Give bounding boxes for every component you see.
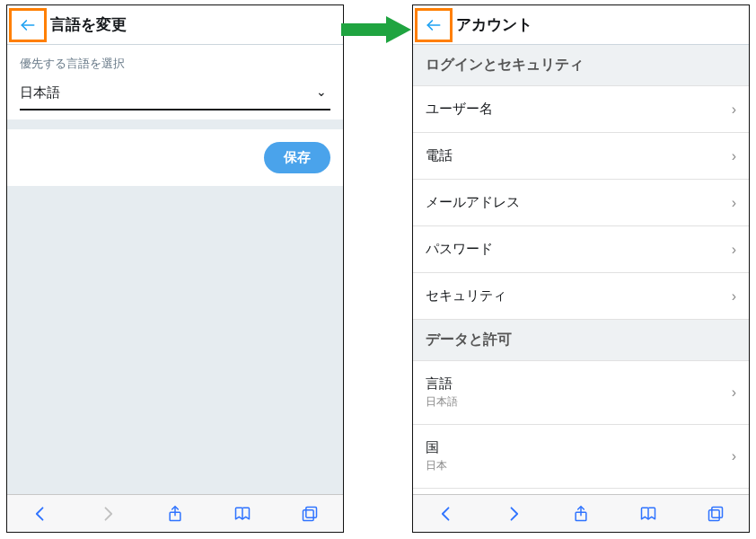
share-button[interactable] (165, 504, 185, 524)
section-header-data: データと許可 (413, 320, 749, 361)
svg-rect-6 (711, 507, 722, 517)
browser-toolbar (7, 494, 343, 532)
content: ログインとセキュリティ ユーザー名 › 電話 › メールアドレス › パスワード… (413, 45, 749, 494)
transition-arrow-icon (341, 16, 411, 43)
row-label: メールアドレス (426, 194, 520, 211)
row-email[interactable]: メールアドレス › (413, 180, 749, 226)
bookmarks-button[interactable] (233, 504, 252, 524)
language-select[interactable]: 日本語 ⌄ (20, 79, 330, 110)
row-username[interactable]: ユーザー名 › (413, 86, 749, 133)
page-title: アカウント (456, 14, 532, 35)
back-button[interactable] (9, 8, 47, 42)
chevron-right-icon: › (732, 448, 736, 464)
language-section: 優先する言語を選択 日本語 ⌄ (7, 45, 343, 120)
row-label: 国 (426, 439, 447, 456)
screen-language: 言語を変更 優先する言語を選択 日本語 ⌄ 保存 (6, 4, 344, 533)
row-phone[interactable]: 電話 › (413, 133, 749, 180)
share-button[interactable] (571, 504, 591, 524)
header: 言語を変更 (7, 5, 343, 45)
row-security[interactable]: セキュリティ › (413, 273, 749, 320)
row-label: セキュリティ (426, 287, 506, 305)
row-country[interactable]: 国 日本 › (413, 425, 749, 489)
chevron-right-icon: › (732, 195, 736, 211)
row-language[interactable]: 言語 日本語 › (413, 361, 749, 425)
content: 優先する言語を選択 日本語 ⌄ 保存 (7, 45, 343, 494)
row-label: 電話 (426, 147, 453, 164)
row-label: 言語 (426, 376, 458, 393)
nav-forward-button (98, 504, 118, 524)
tabs-button[interactable] (706, 504, 725, 524)
language-value: 日本語 (20, 84, 60, 100)
arrow-left-icon (19, 16, 37, 34)
nav-back-button[interactable] (31, 504, 50, 524)
page-title: 言語を変更 (50, 14, 127, 35)
arrow-left-icon (425, 16, 443, 34)
save-button[interactable]: 保存 (264, 142, 330, 173)
language-label: 優先する言語を選択 (20, 56, 330, 72)
tabs-button[interactable] (300, 504, 320, 524)
chevron-right-icon: › (732, 102, 736, 118)
chevron-right-icon: › (732, 288, 736, 305)
chevron-down-icon: ⌄ (316, 84, 327, 99)
bookmarks-button[interactable] (638, 504, 658, 524)
svg-rect-7 (708, 509, 719, 520)
section-header-login: ログインとセキュリティ (413, 45, 749, 86)
row-password[interactable]: パスワード › (413, 226, 749, 273)
chevron-right-icon: › (732, 242, 736, 258)
back-button[interactable] (415, 8, 453, 42)
screen-account: アカウント ログインとセキュリティ ユーザー名 › 電話 › メールアドレス ›… (412, 4, 750, 533)
nav-back-button[interactable] (436, 504, 456, 524)
chevron-right-icon: › (732, 384, 736, 401)
browser-toolbar (413, 494, 749, 532)
empty-area (7, 186, 343, 494)
row-sub: 日本 (426, 458, 447, 473)
nav-forward-button[interactable] (504, 504, 523, 524)
row-label: ユーザー名 (426, 101, 493, 118)
row-label: パスワード (426, 241, 493, 258)
save-row: 保存 (7, 120, 343, 186)
row-sub: 日本語 (426, 394, 458, 410)
svg-rect-2 (305, 507, 316, 517)
svg-rect-3 (303, 509, 313, 520)
chevron-right-icon: › (732, 148, 736, 164)
header: アカウント (413, 5, 749, 45)
